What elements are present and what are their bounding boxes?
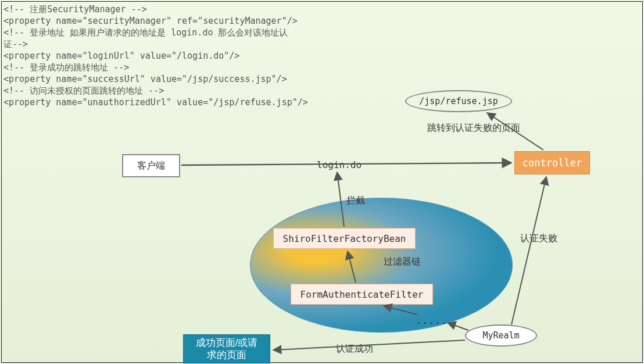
auth-fail-label: 认证失败: [520, 233, 557, 245]
refuse-jsp-ellipse: /jsp/refuse.jsp: [405, 90, 512, 112]
to-fail-page-label: 跳转到认证失败的页面: [427, 122, 520, 134]
dots-label: .....: [416, 314, 447, 326]
myrealm-ellipse: MyRealm: [465, 324, 537, 347]
controller-box: controller: [514, 151, 590, 174]
filter-chain-label: 过滤器链: [384, 256, 421, 268]
shiro-factory-label: ShiroFilterFactoryBean: [283, 233, 406, 244]
login-do-label: login.do: [317, 159, 362, 170]
form-auth-box: FormAuthenticateFilter: [291, 284, 433, 305]
client-label: 客户端: [137, 160, 165, 172]
filter-chain-ellipse: [250, 198, 513, 333]
form-auth-label: FormAuthenticateFilter: [300, 289, 424, 300]
myrealm-label: MyRealm: [482, 330, 519, 341]
shiro-factory-box: ShiroFilterFactoryBean: [273, 228, 416, 249]
success-page-box: 成功页面/或请 求的页面: [183, 334, 270, 363]
client-box: 客户端: [122, 154, 180, 177]
refuse-jsp-label: /jsp/refuse.jsp: [419, 96, 498, 106]
controller-label: controller: [523, 157, 582, 169]
xml-code-block: <!-- 注册SecurityManager --> <property nam…: [3, 3, 308, 108]
auth-success-label: 认证成功: [336, 343, 373, 355]
success-page-label: 成功页面/或请 求的页面: [196, 337, 258, 362]
intercept-label: 拦截: [346, 195, 365, 207]
